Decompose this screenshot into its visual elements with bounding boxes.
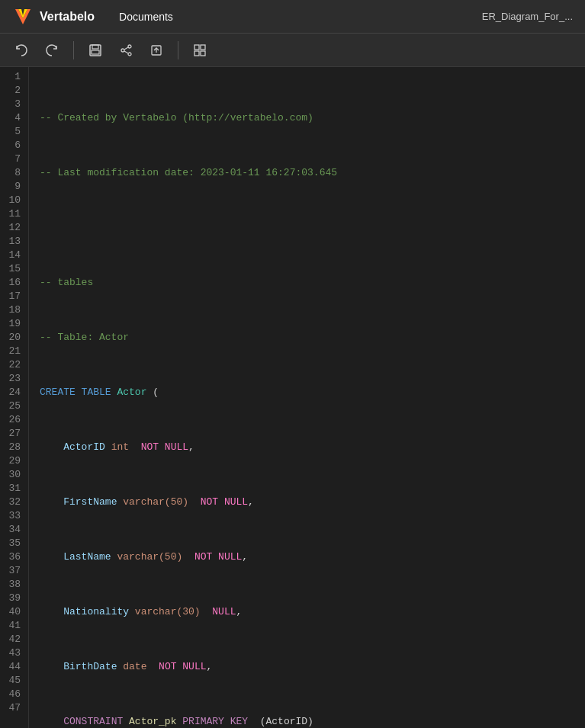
svg-point-7: [128, 53, 131, 56]
svg-point-6: [128, 45, 131, 48]
svg-rect-4: [92, 50, 99, 54]
export-button[interactable]: [144, 38, 169, 63]
nav-documents-label[interactable]: Documents: [119, 11, 482, 23]
redo-button[interactable]: [40, 38, 64, 63]
line-numbers: 1 2 3 4 5 6 7 8 9 10 11 12 13 14 15 16 1…: [0, 67, 29, 728]
svg-rect-12: [194, 45, 199, 50]
toolbar-separator-1: [73, 41, 74, 59]
code-line-4: -- tables: [40, 276, 585, 290]
save-icon: [88, 43, 102, 57]
code-line-12: CONSTRAINT Actor_pk PRIMARY KEY (ActorID…: [40, 715, 585, 728]
code-line-10: Nationality varchar(30) NULL,: [40, 605, 585, 619]
toolbar: [0, 34, 585, 67]
logo-text: Vertabelo: [40, 10, 95, 24]
code-line-11: BirthDate date NOT NULL,: [40, 660, 585, 674]
code-line-6: CREATE TABLE Actor (: [40, 386, 585, 399]
undo-button[interactable]: [9, 38, 34, 63]
svg-point-5: [121, 49, 124, 52]
toolbar-separator-2: [178, 41, 178, 59]
save-button[interactable]: [83, 38, 108, 63]
svg-line-8: [124, 47, 128, 50]
undo-icon: [14, 43, 28, 57]
export-icon: [149, 43, 163, 57]
svg-line-9: [124, 51, 128, 53]
share-button[interactable]: [114, 38, 138, 63]
code-line-5: -- Table: Actor: [40, 331, 585, 345]
topbar: Vertabelo Documents ER_Diagram_For_...: [0, 0, 585, 34]
logo-area[interactable]: Vertabelo: [12, 6, 95, 27]
view-toggle-button[interactable]: [188, 38, 212, 63]
code-line-1: -- Created by Vertabelo (http://vertabel…: [40, 111, 585, 125]
code-line-7: ActorID int NOT NULL,: [40, 441, 585, 454]
svg-rect-14: [194, 51, 199, 56]
svg-rect-13: [201, 45, 205, 50]
code-line-2: -- Last modification date: 2023-01-11 16…: [40, 166, 585, 180]
vertabelo-logo-icon: [12, 6, 34, 27]
code-line-3: [40, 221, 585, 235]
svg-rect-15: [201, 51, 205, 56]
code-line-9: LastName varchar(50) NOT NULL,: [40, 550, 585, 564]
view-icon: [193, 43, 207, 57]
share-icon: [119, 43, 133, 57]
code-line-8: FirstName varchar(50) NOT NULL,: [40, 495, 585, 509]
code-editor[interactable]: 1 2 3 4 5 6 7 8 9 10 11 12 13 14 15 16 1…: [0, 67, 585, 728]
nav-right-label: ER_Diagram_For_...: [482, 11, 573, 22]
code-lines[interactable]: -- Created by Vertabelo (http://vertabel…: [29, 67, 585, 728]
redo-icon: [45, 43, 59, 57]
